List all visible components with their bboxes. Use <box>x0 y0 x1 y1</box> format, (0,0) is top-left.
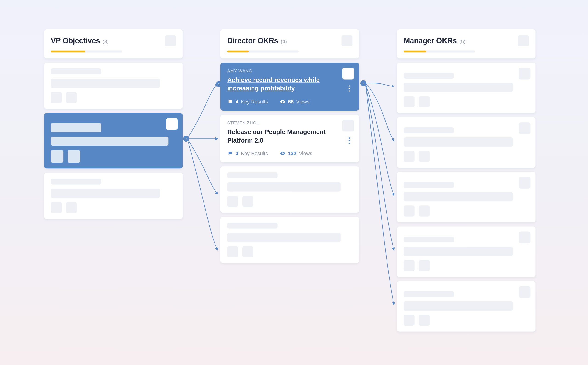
card-avatar <box>519 122 530 134</box>
column-manager-okrs: Manager OKRs (5) <box>397 29 535 336</box>
card-owner: STEVEN ZHOU <box>227 120 352 125</box>
views-meta: 66 Views <box>280 98 309 105</box>
card-avatar <box>166 118 178 130</box>
column-count: (5) <box>459 38 465 44</box>
okr-card-selected-vp[interactable] <box>44 113 183 168</box>
column-title: VP Objectives <box>51 36 100 45</box>
card-owner: AMY WANG <box>227 69 352 73</box>
eye-icon <box>280 151 286 156</box>
okr-card-placeholder[interactable] <box>397 63 535 113</box>
eye-icon <box>280 98 286 105</box>
okr-card-placeholder[interactable] <box>44 173 183 219</box>
column-vp-objectives: VP Objectives (3) <box>44 29 183 223</box>
card-avatar <box>342 68 354 79</box>
okr-card-steven-zhou[interactable]: STEVEN ZHOU Release our People Managemen… <box>220 114 359 162</box>
card-avatar <box>519 68 530 79</box>
okr-card-placeholder[interactable] <box>220 166 359 213</box>
column-header-manager: Manager OKRs (5) <box>397 29 535 58</box>
column-header-director: Director OKRs (4) <box>220 29 359 58</box>
more-options-icon[interactable] <box>347 137 352 143</box>
comment-icon <box>227 98 233 105</box>
column-header-avatar <box>342 35 353 46</box>
more-options-icon[interactable] <box>347 85 352 91</box>
column-director-okrs: Director OKRs (4) AMY WANG Achieve recor… <box>220 29 359 267</box>
column-progress <box>51 50 122 52</box>
connector-source-director-1: ‹ <box>360 80 366 86</box>
column-progress <box>403 50 475 52</box>
card-avatar <box>519 286 530 298</box>
card-title[interactable]: Release our People Management Platform 2… <box>227 127 332 145</box>
key-results-meta: 3 Key Results <box>227 151 268 156</box>
key-results-meta: 4 Key Results <box>227 98 268 105</box>
card-avatar <box>519 232 530 243</box>
okr-card-placeholder[interactable] <box>397 172 535 222</box>
okr-card-placeholder[interactable] <box>220 217 359 263</box>
column-count: (4) <box>281 38 287 44</box>
okr-card-placeholder[interactable] <box>397 227 535 277</box>
column-header-avatar <box>165 35 176 46</box>
card-title[interactable]: Achieve record revenues while increasing… <box>227 76 332 93</box>
column-title: Manager OKRs <box>403 36 457 45</box>
okr-card-placeholder[interactable] <box>44 63 183 109</box>
okr-card-amy-wang[interactable]: AMY WANG Achieve record revenues while i… <box>220 63 359 110</box>
column-progress <box>227 50 299 52</box>
card-avatar <box>519 177 530 189</box>
views-meta: 132 Views <box>280 151 312 156</box>
column-header-vp: VP Objectives (3) <box>44 29 183 58</box>
okr-card-placeholder[interactable] <box>397 117 535 168</box>
card-avatar <box>342 119 354 131</box>
column-title: Director OKRs <box>227 36 278 45</box>
column-header-avatar <box>518 35 529 46</box>
okr-card-placeholder[interactable] <box>397 281 535 331</box>
connector-source-vp: ‹ <box>183 136 189 142</box>
column-count: (3) <box>103 38 109 44</box>
comment-icon <box>227 151 233 156</box>
